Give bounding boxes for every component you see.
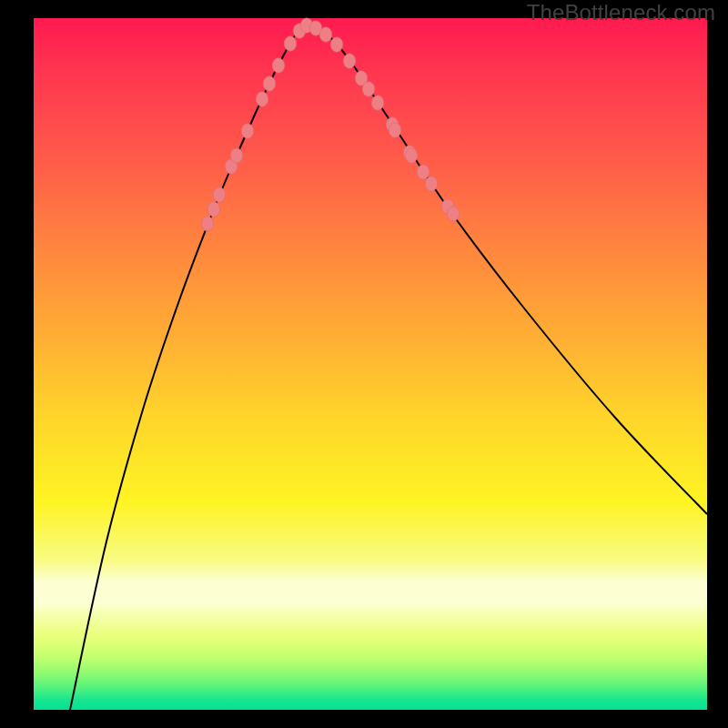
curve-dot xyxy=(272,58,285,73)
curve-dot xyxy=(284,36,297,51)
chart-stage: TheBottleneck.com xyxy=(0,0,728,728)
curve-dot xyxy=(213,187,226,202)
curve-dot xyxy=(241,124,254,138)
curve-dot xyxy=(343,54,356,68)
curve-dot xyxy=(405,148,418,163)
bottleneck-curve-svg xyxy=(34,18,707,710)
curve-dot xyxy=(389,123,401,137)
curve-dot xyxy=(417,165,430,179)
curve-dots-group xyxy=(201,18,460,231)
curve-dot xyxy=(371,96,384,110)
curve-dot xyxy=(207,202,220,217)
curve-dot xyxy=(425,177,438,191)
curve-dot xyxy=(362,82,375,96)
curve-dot xyxy=(230,148,243,163)
curve-dot xyxy=(447,207,460,221)
curve-dot xyxy=(319,27,332,42)
curve-dot xyxy=(330,37,343,52)
curve-dot xyxy=(256,92,268,106)
curve-dot xyxy=(263,76,276,91)
curve-dot xyxy=(201,217,214,231)
